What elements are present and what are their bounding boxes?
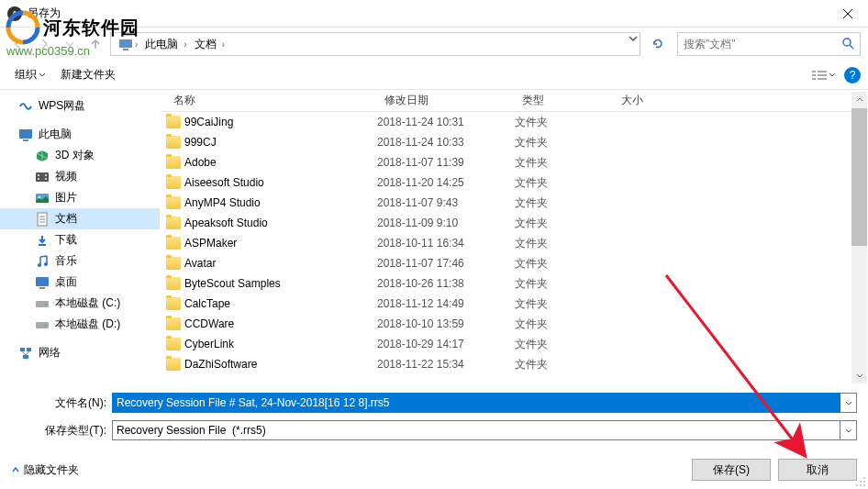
file-row[interactable]: ASPMaker2018-10-11 16:34文件夹	[166, 233, 868, 253]
search-input[interactable]	[684, 38, 841, 50]
back-button[interactable]	[7, 33, 29, 55]
file-row[interactable]: CalcTape2018-11-12 14:49文件夹	[166, 294, 868, 314]
folder-icon	[166, 196, 181, 209]
file-row[interactable]: CCDWare2018-10-10 13:59文件夹	[166, 314, 868, 334]
forward-button[interactable]	[33, 33, 55, 55]
breadcrumb[interactable]: › 此电脑› 文档›	[110, 32, 640, 56]
col-date[interactable]: 修改日期	[377, 93, 515, 108]
svg-line-38	[26, 351, 29, 355]
svg-point-26	[38, 263, 41, 267]
file-type: 文件夹	[515, 216, 614, 231]
sidebar-item-music[interactable]: 音乐	[0, 250, 160, 272]
svg-rect-30	[36, 301, 49, 307]
file-row[interactable]: DaZhiSoftware2018-11-22 15:34文件夹	[166, 354, 868, 374]
sidebar-item-pc[interactable]: 此电脑	[0, 124, 160, 145]
sidebar-item-pic[interactable]: 图片	[0, 187, 160, 208]
folder-icon	[166, 136, 181, 149]
svg-rect-15	[38, 174, 39, 176]
view-icon	[812, 70, 827, 81]
search-icon[interactable]	[841, 37, 854, 52]
pc-icon	[118, 38, 133, 50]
file-type: 文件夹	[515, 115, 614, 130]
close-button[interactable]	[827, 0, 868, 28]
search-box[interactable]	[677, 32, 861, 56]
file-row[interactable]: CyberLink2018-10-29 14:17文件夹	[166, 334, 868, 354]
file-row[interactable]: Apeaksoft Studio2018-11-09 9:10文件夹	[166, 213, 868, 233]
arrow-left-icon	[12, 38, 25, 50]
sidebar-item-3d[interactable]: 3D 对象	[0, 145, 160, 166]
download-icon	[35, 233, 50, 248]
new-folder-button[interactable]: 新建文件夹	[53, 63, 123, 86]
scroll-up-button[interactable]	[851, 92, 867, 107]
cancel-button[interactable]: 取消	[778, 459, 857, 481]
breadcrumb-seg-docs[interactable]: 文档›	[191, 37, 228, 52]
disk-icon	[35, 296, 50, 311]
sidebar-item-doc[interactable]: 文档	[0, 208, 160, 229]
svg-point-45	[860, 481, 862, 483]
help-button[interactable]: ?	[844, 67, 861, 83]
sidebar-item-desktop[interactable]: 桌面	[0, 272, 160, 293]
col-type[interactable]: 类型	[515, 93, 614, 108]
folder-icon	[166, 358, 181, 371]
file-type: 文件夹	[515, 135, 614, 150]
col-size[interactable]: 大小	[614, 93, 669, 108]
recent-button[interactable]	[59, 33, 81, 55]
scrollbar-vertical[interactable]	[851, 92, 867, 383]
toolbar: 组织 新建文件夹 ?	[0, 61, 868, 90]
file-row[interactable]: 99CaiJing2018-11-24 10:31文件夹	[166, 112, 868, 132]
file-row[interactable]: Adobe2018-11-07 11:39文件夹	[166, 152, 868, 172]
sidebar-item-label: 网络	[39, 345, 61, 361]
svg-rect-18	[45, 178, 47, 180]
filename-input[interactable]	[112, 393, 840, 413]
chevron-down-icon[interactable]	[629, 36, 638, 41]
breadcrumb-root[interactable]: ›	[115, 38, 141, 50]
file-date: 2018-11-12 14:49	[377, 297, 515, 310]
sidebar-item-download[interactable]: 下载	[0, 229, 160, 250]
svg-rect-34	[20, 348, 25, 351]
scroll-down-button[interactable]	[851, 368, 867, 383]
file-type: 文件夹	[515, 296, 614, 312]
sidebar-item-video[interactable]: 视频	[0, 166, 160, 187]
pic-icon	[35, 191, 50, 206]
desktop-icon	[35, 275, 50, 290]
sidebar-item-wps[interactable]: WPS网盘	[0, 95, 160, 117]
file-row[interactable]: AnyMP4 Studio2018-11-07 9:43文件夹	[166, 193, 868, 213]
scrollbar-thumb[interactable]	[851, 108, 867, 246]
folder-icon	[166, 116, 181, 128]
breadcrumb-seg-pc[interactable]: 此电脑›	[141, 37, 190, 52]
file-row[interactable]: Aiseesoft Studio2018-11-20 14:25文件夹	[166, 172, 868, 193]
sidebar-item-label: 文档	[55, 211, 77, 227]
file-name: DaZhiSoftware	[184, 358, 257, 371]
nav-bar: › 此电脑› 文档›	[0, 28, 868, 61]
sidebar-item-label: 图片	[55, 190, 77, 206]
file-name: Avatar	[184, 257, 216, 270]
filetype-input[interactable]	[112, 420, 840, 440]
filetype-row: 保存类型(T):	[11, 420, 857, 440]
file-name: Apeaksoft Studio	[184, 217, 268, 229]
file-date: 2018-11-24 10:33	[377, 136, 515, 149]
file-row[interactable]: 999CJ2018-11-24 10:33文件夹	[166, 132, 868, 152]
save-button[interactable]: 保存(S)	[692, 459, 771, 481]
resize-grip[interactable]	[855, 476, 866, 487]
3d-icon	[35, 149, 50, 163]
up-button[interactable]	[84, 33, 106, 55]
view-button[interactable]	[809, 65, 839, 85]
filename-dropdown[interactable]	[840, 393, 857, 413]
refresh-button[interactable]	[648, 34, 668, 54]
file-row[interactable]: ByteScout Samples2018-10-26 11:38文件夹	[166, 273, 868, 294]
svg-rect-14	[36, 172, 49, 182]
organize-menu[interactable]: 组织	[7, 63, 53, 86]
folder-icon	[166, 176, 181, 189]
hide-folders-toggle[interactable]: 隐藏文件夹	[11, 462, 79, 478]
sidebar-item-disk[interactable]: 本地磁盘 (C:)	[0, 293, 160, 314]
filetype-dropdown[interactable]	[840, 420, 857, 440]
folder-icon	[166, 156, 181, 169]
file-row[interactable]: Avatar2018-11-07 17:46文件夹	[166, 253, 868, 273]
file-type: 文件夹	[515, 276, 614, 292]
filetype-label: 保存类型(T):	[11, 423, 112, 439]
col-name[interactable]: 名称	[166, 93, 377, 108]
file-date: 2018-11-22 15:34	[377, 358, 515, 371]
sidebar-item-network[interactable]: 网络	[0, 342, 160, 363]
arrow-right-icon	[38, 38, 50, 50]
sidebar-item-disk[interactable]: 本地磁盘 (D:)	[0, 314, 160, 335]
